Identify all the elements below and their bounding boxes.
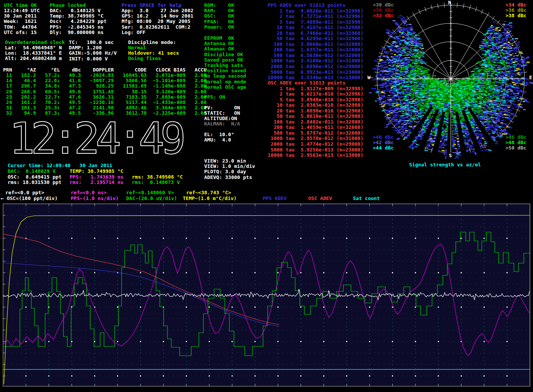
el-amu-block: EL: 10.0° AMU: 4.0: [204, 132, 234, 143]
dac-scale-label: DAC~(20.0 uV/div): [126, 196, 177, 201]
rms-osc: rms: 18.031530 ppt: [8, 180, 62, 185]
dbc-legend-item: >32 dBc: [373, 13, 394, 18]
osc-adev-table: OSC ADEV over 51613 points 1 tau 1.9127e…: [268, 80, 363, 158]
gps-status-list: EEPROM OK Antenna OK Almanac OK Discipli…: [204, 36, 246, 90]
kalman-status: KALMAN: N/A: [204, 121, 240, 127]
loop-params-block: TC: 100.0 sec DAMP: 1.200 GAIN:-5.000 Hz…: [69, 40, 117, 62]
sat-rows: 11 182.2 57.2↓ 49.3 -2024.93 16045.63 2.…: [3, 73, 206, 116]
digital-clock: 12:24:49: [9, 114, 182, 163]
dbc-legend-item: >38 dBc: [505, 13, 526, 18]
temp-ref-label: ref~<38.743 °C>: [186, 190, 231, 195]
rms-pps: rms: 2.195714 ns: [70, 180, 123, 185]
selftest-block: ROM: OK RAM: OK OSC: OK FPGA: OK Power: …: [204, 3, 234, 30]
sat-count-legend: Sat count: [353, 196, 380, 201]
temp-scale-label: TEMP~(1.0 m°C/div): [183, 196, 237, 201]
fix-modes-block: PV: ON STATIC: ON ALTITUDE:ON: [204, 105, 240, 122]
pps-scale-label: PPS~(1.0 ns/div): [71, 196, 119, 201]
pps-adev-table: PPS ADEV over 51613 points 1 tau 9.0926e…: [268, 3, 363, 81]
osc-adev-legend: OSC ADEV: [308, 196, 332, 201]
radar-caption: Signal strength vs az/el: [409, 162, 481, 168]
dac-ref-label: ref~<0.148060 V>: [126, 190, 174, 195]
cursor-time: Cursor time: 12:09:40 30 Jan 2011: [8, 163, 112, 168]
pps-status: PPS: ON: [204, 94, 225, 100]
osc-ref-label: ref=<0.0 ppt>: [5, 190, 44, 195]
cursor-dac: DAC: 0.148029 V: [8, 169, 55, 174]
position-block: Lat: 54.4964948° N Lon: 18.4337841° E Al…: [5, 45, 62, 62]
compass-east-label: E: [529, 75, 532, 80]
lady-heather-screen: { "header": { "utc": {"title":"UTC time …: [0, 0, 533, 392]
fixes-status: Doing fixes: [128, 56, 161, 61]
compass-west-label: W: [367, 75, 370, 80]
utc-time-block: 12:24:49 UTC 30 Jan 2011 Week: 1621 TOW:…: [4, 8, 40, 35]
osc-scale-label: ← OSC=(100 ppt/div): [1, 196, 58, 201]
cursor-temp: TEMP: 38.749985 °C: [70, 169, 123, 174]
dbc-legend-item: >50 dBc: [505, 145, 526, 151]
pps-ref-label: ref=<0.0 ns>: [71, 190, 107, 195]
compass-north-label: N: [448, 0, 451, 5]
phase-block: DAC: 0.148125 V Temp: 38.749985 °C Osc↑ …: [50, 8, 107, 35]
pps-adev-legend: PPS ADEV: [263, 196, 287, 201]
compass-south-label: S: [449, 153, 452, 158]
dbc-legend-item: >44 dBc: [373, 145, 394, 151]
version-block: App: 3.0 27 Jun 2002 GPS: 10.2 14 Nov 20…: [122, 8, 193, 35]
plot-svg[interactable]: [0, 203, 533, 392]
rms-dac: rms: 0.148073 V: [132, 180, 180, 185]
view-block: VIEW: 23.0 min VIEW: 1.0 min/div PLOTQ: …: [204, 158, 255, 180]
